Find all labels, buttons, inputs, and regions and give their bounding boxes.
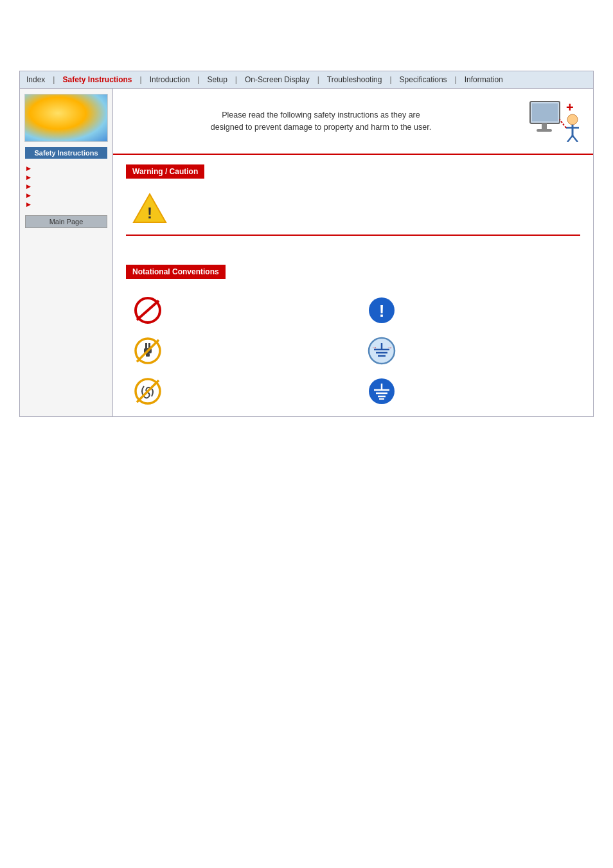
sidebar-section-label: Safety Instructions	[25, 147, 107, 159]
nav-introduction[interactable]: Introduction	[143, 73, 197, 86]
svg-text:→: →	[387, 344, 393, 351]
ground-arrows-svg: → →	[368, 337, 396, 365]
info-banner: Please read the following safety instruc…	[113, 89, 593, 155]
nav-index[interactable]: Index	[20, 73, 51, 86]
main-page-button[interactable]: Main Page	[25, 215, 107, 228]
nav-setup[interactable]: Setup	[200, 73, 233, 86]
warning-triangle-svg: !	[132, 191, 167, 226]
exclamation-svg: !	[368, 296, 396, 324]
ear-prohibited-icon	[132, 376, 163, 407]
prohibited-icon	[132, 295, 163, 326]
sidebar-arrow-1[interactable]	[20, 164, 112, 173]
plug-prohibited-icon	[132, 335, 163, 366]
main-container: Safety Instructions Main Page Please rea…	[19, 89, 594, 417]
nav-information[interactable]: Information	[458, 73, 510, 86]
banner-illustration: +	[529, 100, 580, 142]
svg-rect-21	[146, 353, 150, 357]
sidebar-arrow-3[interactable]	[20, 182, 112, 191]
section-divider	[126, 235, 580, 236]
navigation-bar: Index | Safety Instructions | Introducti…	[19, 71, 594, 89]
sidebar-arrow-4[interactable]	[20, 191, 112, 200]
nav-troubleshooting[interactable]: Troubleshooting	[321, 73, 389, 86]
monitor-svg: +	[529, 100, 580, 142]
no-symbol-svg	[134, 296, 162, 324]
ground-arrows-icon: → →	[366, 335, 397, 366]
svg-point-23	[369, 338, 395, 364]
sidebar: Safety Instructions Main Page	[20, 89, 113, 416]
svg-line-10	[560, 120, 566, 128]
nav-safety-instructions[interactable]: Safety Instructions	[56, 73, 138, 86]
svg-rect-2	[542, 123, 547, 130]
banner-text: Please read the following safety instruc…	[126, 109, 516, 134]
svg-point-5	[567, 114, 578, 125]
nav-sep-4: |	[234, 75, 238, 84]
banner-text-line1: Please read the following safety instruc…	[222, 111, 420, 120]
sidebar-arrow-2[interactable]	[20, 173, 112, 182]
nav-sep-3: |	[196, 75, 200, 84]
grounding-icon	[366, 376, 397, 407]
svg-text:→: →	[371, 344, 377, 351]
svg-rect-3	[537, 129, 552, 132]
conventions-section: Notational Conventions !	[113, 255, 593, 416]
svg-line-9	[573, 136, 578, 142]
nav-sep-7: |	[454, 75, 458, 84]
conventions-header: Notational Conventions	[126, 265, 226, 279]
sidebar-arrow-5[interactable]	[20, 200, 112, 209]
exclamation-icon: !	[366, 295, 397, 326]
nav-on-screen-display[interactable]: On-Screen Display	[238, 73, 316, 86]
content-area: Please read the following safety instruc…	[113, 89, 593, 416]
svg-text:!: !	[378, 301, 384, 321]
banner-text-line2: designed to prevent damage to property a…	[211, 123, 431, 132]
warning-header: Warning / Caution	[126, 164, 204, 179]
ear-no-svg	[134, 377, 162, 405]
svg-text:+: +	[566, 100, 574, 114]
nav-sep-5: |	[316, 75, 321, 84]
warning-icon-container: !	[132, 191, 580, 228]
nav-sep-6: |	[388, 75, 393, 84]
plug-no-svg	[134, 337, 162, 365]
svg-point-32	[369, 378, 395, 404]
sidebar-thumbnail	[24, 94, 108, 142]
nav-sep-2: |	[139, 75, 143, 84]
nav-sep-1: |	[51, 75, 56, 84]
grounding-svg	[368, 377, 396, 405]
conventions-icons-grid: !	[126, 295, 580, 407]
svg-rect-18	[145, 343, 147, 348]
nav-specifications[interactable]: Specifications	[393, 73, 454, 86]
svg-text:!: !	[147, 204, 152, 222]
svg-line-8	[567, 136, 573, 142]
warning-section: Warning / Caution !	[113, 155, 593, 255]
svg-rect-1	[532, 103, 558, 121]
